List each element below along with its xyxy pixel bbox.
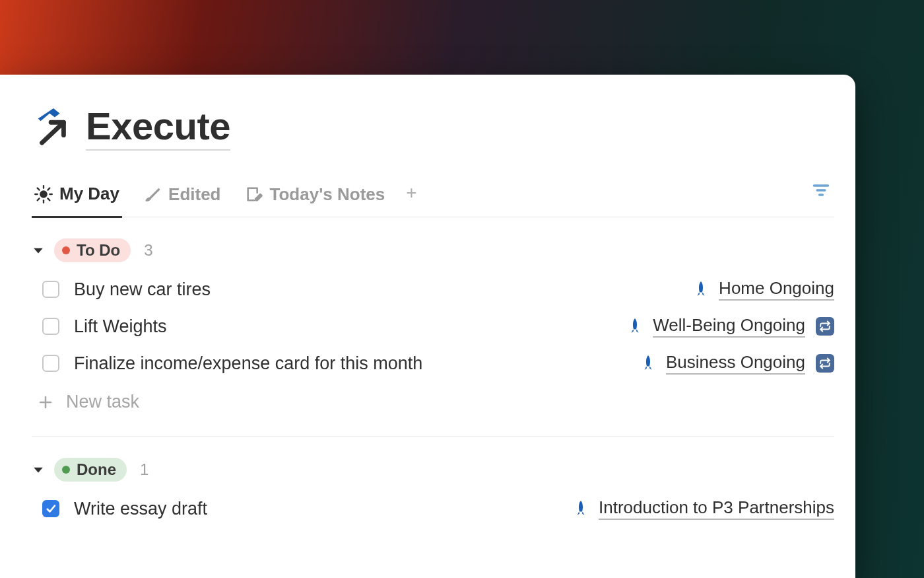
task-checkbox[interactable] xyxy=(42,318,59,335)
task-title[interactable]: Buy new car tires xyxy=(74,279,694,300)
sun-icon xyxy=(34,185,53,203)
tab-label: Today's Notes xyxy=(270,184,385,205)
status-dot xyxy=(62,466,70,474)
task-meta: Business Ongoing xyxy=(641,352,834,375)
rocket-icon xyxy=(628,318,642,335)
task-list-todo: Buy new car tires Home Ongoing Lift Weig… xyxy=(32,278,834,375)
rocket-icon xyxy=(574,500,588,517)
status-label: To Do xyxy=(77,241,120,260)
task-meta: Home Ongoing xyxy=(694,278,834,301)
group-todo: To Do 3 Buy new car tires Home Ongoing xyxy=(32,238,834,437)
status-pill-done[interactable]: Done xyxy=(54,458,127,482)
status-label: Done xyxy=(77,460,116,479)
new-task-button[interactable]: New task xyxy=(32,392,834,412)
chevron-down-icon[interactable] xyxy=(32,463,45,476)
tab-label: Edited xyxy=(168,184,220,205)
svg-line-8 xyxy=(48,188,50,190)
tab-edited[interactable]: Edited xyxy=(141,178,223,217)
repeat-icon xyxy=(816,354,834,373)
title-row: Execute xyxy=(32,104,834,151)
rocket-icon xyxy=(694,281,708,298)
tab-todays-notes[interactable]: Today's Notes xyxy=(242,178,388,217)
status-dot xyxy=(62,246,70,254)
svg-line-6 xyxy=(48,198,50,200)
plus-icon xyxy=(37,394,54,411)
task-row[interactable]: Lift Weights Well-Being Ongoing xyxy=(32,315,834,338)
task-category[interactable]: Home Ongoing xyxy=(719,278,834,301)
task-meta: Well-Being Ongoing xyxy=(628,315,834,338)
task-title[interactable]: Finalize income/expense card for this mo… xyxy=(74,353,641,374)
chevron-down-icon[interactable] xyxy=(32,244,45,257)
task-checkbox[interactable] xyxy=(42,355,59,372)
status-pill-todo[interactable]: To Do xyxy=(54,238,131,262)
svg-point-0 xyxy=(40,191,46,197)
task-title[interactable]: Write essay draft xyxy=(74,499,574,519)
task-row[interactable]: Finalize income/expense card for this mo… xyxy=(32,352,834,375)
task-list-done: Write essay draft Introduction to P3 Par… xyxy=(32,497,834,520)
tab-my-day[interactable]: My Day xyxy=(32,177,122,218)
task-row[interactable]: Write essay draft Introduction to P3 Par… xyxy=(32,497,834,520)
tabs-row: My Day Edited Today's Notes xyxy=(32,177,834,217)
task-title[interactable]: Lift Weights xyxy=(74,316,628,337)
add-tab-button[interactable]: + xyxy=(406,182,416,211)
task-checkbox[interactable] xyxy=(42,500,59,517)
desktop-background: Execute My Day xyxy=(0,0,924,578)
svg-line-7 xyxy=(38,198,40,200)
task-category[interactable]: Business Ongoing xyxy=(666,352,805,375)
task-meta: Introduction to P3 Partnerships xyxy=(574,497,834,520)
note-edit-icon xyxy=(245,185,263,203)
task-checkbox[interactable] xyxy=(42,281,59,298)
group-done: Done 1 Write essay draft Introduction to… xyxy=(32,458,834,520)
svg-line-5 xyxy=(38,188,40,190)
app-window: Execute My Day xyxy=(0,75,855,578)
group-header-todo: To Do 3 xyxy=(32,238,834,262)
page-title[interactable]: Execute xyxy=(86,104,230,151)
group-count-done: 1 xyxy=(140,460,148,479)
brush-icon xyxy=(143,185,162,203)
task-category[interactable]: Introduction to P3 Partnerships xyxy=(599,497,834,520)
group-divider xyxy=(32,436,834,437)
repeat-icon xyxy=(816,317,834,336)
group-count-todo: 3 xyxy=(144,241,152,260)
rocket-icon xyxy=(641,355,655,372)
tab-label: My Day xyxy=(59,184,119,204)
filter-icon[interactable] xyxy=(812,181,830,199)
new-task-label: New task xyxy=(66,392,139,412)
hammer-arrow-icon xyxy=(32,107,73,148)
group-header-done: Done 1 xyxy=(32,458,834,482)
task-row[interactable]: Buy new car tires Home Ongoing xyxy=(32,278,834,301)
task-category[interactable]: Well-Being Ongoing xyxy=(653,315,805,338)
